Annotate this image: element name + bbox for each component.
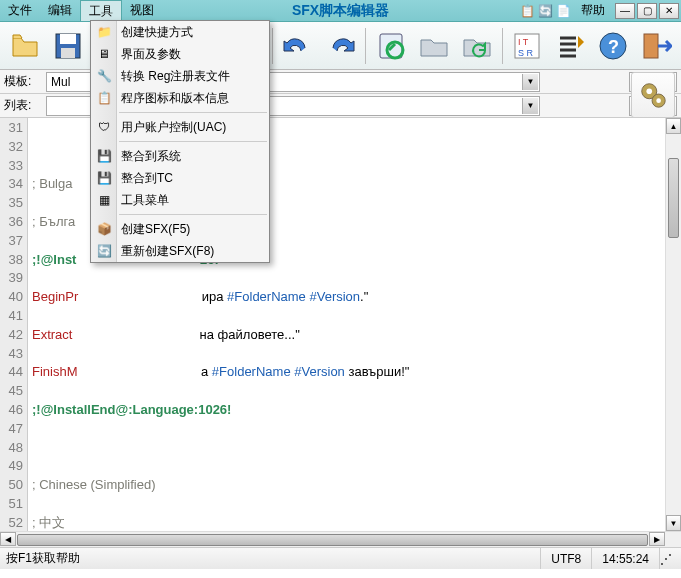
line-number: 45 (0, 382, 23, 401)
info-icon: 📋 (95, 89, 113, 107)
line-number: 34 (0, 175, 23, 194)
redo-button[interactable] (320, 25, 361, 67)
svg-rect-20 (644, 34, 658, 58)
list-label: 列表: (4, 97, 42, 114)
dd-create-shortcut[interactable]: 📁创建快捷方式 (91, 21, 269, 43)
dd-icon-version[interactable]: 📋程序图标和版本信息 (91, 87, 269, 109)
dd-integrate-tc[interactable]: 💾整合到TC (91, 167, 269, 189)
folder-button[interactable] (413, 25, 454, 67)
dd-create-sfx[interactable]: 📦创建SFX(F5) (91, 218, 269, 240)
line-number: 36 (0, 213, 23, 232)
svg-text:I T: I T (518, 37, 529, 47)
help-button[interactable]: ? (593, 25, 634, 67)
tools-dropdown: 📁创建快捷方式 🖥界面及参数 🔧转换 Reg注册表文件 📋程序图标和版本信息 🛡… (90, 20, 270, 263)
line-number: 41 (0, 307, 23, 326)
line-number: 33 (0, 157, 23, 176)
close-button[interactable]: ✕ (659, 3, 679, 19)
dd-integrate-sys[interactable]: 💾整合到系统 (91, 145, 269, 167)
line-number: 31 (0, 119, 23, 138)
svg-text:S R: S R (518, 48, 534, 58)
itsr-button[interactable]: I TS R (506, 25, 547, 67)
dd-recreate-sfx[interactable]: 🔄重新创建SFX(F8) (91, 240, 269, 262)
undo-button[interactable] (277, 25, 318, 67)
svg-point-24 (656, 98, 661, 103)
status-encoding: UTF8 (540, 548, 591, 569)
scroll-right-icon[interactable]: ▶ (649, 532, 665, 546)
chevron-down-icon[interactable]: ▼ (522, 98, 538, 114)
svg-text:?: ? (608, 37, 619, 57)
line-number: 47 (0, 420, 23, 439)
menu-help[interactable]: 帮助 (573, 2, 613, 19)
line-number: 52 (0, 514, 23, 533)
minimize-button[interactable]: — (615, 3, 635, 19)
maximize-button[interactable]: ▢ (637, 3, 657, 19)
template-value: Mul (51, 75, 70, 89)
line-number: 32 (0, 138, 23, 157)
reg-icon: 🔧 (95, 67, 113, 85)
template-label: 模板: (4, 73, 42, 90)
save-icon: 💾 (95, 169, 113, 187)
line-gutter: 3132333435363738394041424344454647484950… (0, 118, 28, 531)
open-button[interactable] (4, 25, 45, 67)
status-time: 14:55:24 (591, 548, 659, 569)
checklist-button[interactable] (550, 25, 591, 67)
line-number: 50 (0, 476, 23, 495)
title-icon-2[interactable]: 🔄 (537, 3, 553, 19)
hscroll-thumb[interactable] (17, 534, 648, 546)
line-number: 44 (0, 363, 23, 382)
dd-uac[interactable]: 🛡用户账户控制(UAC) (91, 116, 269, 138)
dd-ui-params[interactable]: 🖥界面及参数 (91, 43, 269, 65)
titlebar: 文件 编辑 工具 视图 SFX脚本编辑器 📋 🔄 📄 帮助 — ▢ ✕ (0, 0, 681, 22)
menubar: 文件 编辑 工具 视图 (0, 0, 162, 21)
line-number: 40 (0, 288, 23, 307)
line-number: 39 (0, 269, 23, 288)
scroll-left-icon[interactable]: ◀ (0, 532, 16, 546)
title-icon-1[interactable]: 📋 (519, 3, 535, 19)
scroll-thumb[interactable] (668, 158, 679, 238)
svg-point-22 (646, 88, 652, 94)
svg-rect-2 (61, 48, 75, 58)
horizontal-scrollbar[interactable]: ◀ ▶ (0, 531, 681, 547)
line-number: 35 (0, 194, 23, 213)
line-number: 37 (0, 232, 23, 251)
chevron-down-icon[interactable]: ▼ (522, 74, 538, 90)
dd-convert-reg[interactable]: 🔧转换 Reg注册表文件 (91, 65, 269, 87)
shortcut-icon: 📁 (95, 23, 113, 41)
menu-tools[interactable]: 工具 (80, 0, 122, 21)
vertical-scrollbar[interactable]: ▲ ▼ (665, 118, 681, 531)
svg-rect-1 (60, 34, 76, 44)
line-number: 42 (0, 326, 23, 345)
shield-icon: 🛡 (95, 118, 113, 136)
scroll-up-icon[interactable]: ▲ (666, 118, 681, 134)
menu-file[interactable]: 文件 (0, 0, 40, 21)
folder-reload-button[interactable] (456, 25, 497, 67)
line-number: 43 (0, 345, 23, 364)
exit-button[interactable] (636, 25, 677, 67)
save-button[interactable] (47, 25, 88, 67)
title-icon-3[interactable]: 📄 (555, 3, 571, 19)
rebuild-icon: 🔄 (95, 242, 113, 260)
line-number: 51 (0, 495, 23, 514)
scroll-down-icon[interactable]: ▼ (666, 515, 681, 531)
line-number: 49 (0, 457, 23, 476)
line-number: 48 (0, 439, 23, 458)
save-icon: 💾 (95, 147, 113, 165)
dd-tools-menu[interactable]: ▦工具菜单 (91, 189, 269, 211)
menu-icon: ▦ (95, 191, 113, 209)
ui-icon: 🖥 (95, 45, 113, 63)
script-button[interactable] (370, 25, 411, 67)
resize-grip[interactable]: ⋰ (659, 548, 675, 569)
statusbar: 按F1获取帮助 UTF8 14:55:24 ⋰ (0, 547, 681, 569)
menu-view[interactable]: 视图 (122, 0, 162, 21)
status-help: 按F1获取帮助 (6, 550, 80, 567)
line-number: 46 (0, 401, 23, 420)
build-icon: 📦 (95, 220, 113, 238)
menu-edit[interactable]: 编辑 (40, 0, 80, 21)
settings-button[interactable] (631, 72, 675, 118)
line-number: 38 (0, 251, 23, 270)
